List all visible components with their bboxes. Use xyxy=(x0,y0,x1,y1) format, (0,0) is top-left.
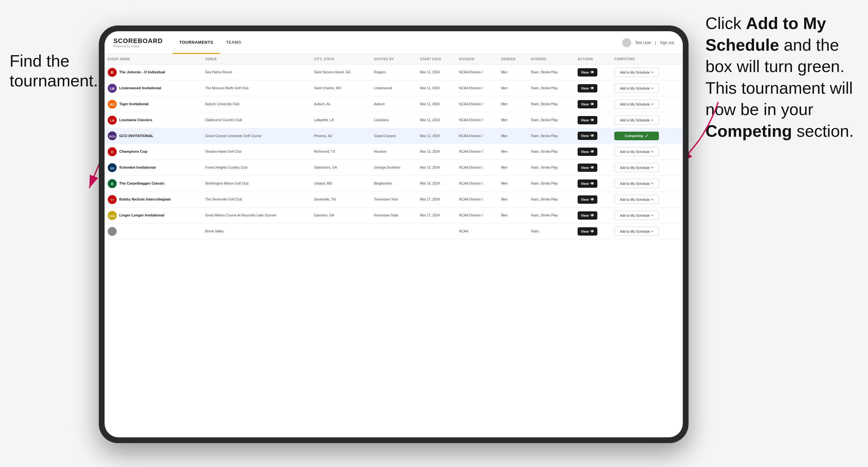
table-row: R The Johnnie - O Individual Sea Palms R… xyxy=(104,64,683,80)
start-date-cell: Mar 15, 2024 xyxy=(417,160,456,176)
sign-out-link[interactable]: Sign out xyxy=(660,40,674,45)
logo-area: SCOREBOARD Powered by clippd xyxy=(114,38,162,48)
venue-name: Great Waters Course At Reynolds Lake Oco… xyxy=(205,213,276,217)
competing-cell: Add to My Schedule + xyxy=(611,80,683,96)
city-state-cell: Statesboro, GA xyxy=(311,160,371,176)
event-name: GCU INVITATIONAL xyxy=(119,133,154,138)
event-name-cell: R The Johnnie - O Individual xyxy=(104,64,202,80)
view-button[interactable]: View 👁 xyxy=(578,211,597,220)
app-logo: SCOREBOARD xyxy=(114,38,162,44)
hosted-by-cell: Grand Canyon xyxy=(371,128,417,144)
venue-cell: Brook Valley xyxy=(202,223,311,240)
event-name: Bobby Nichols Intercollegiate xyxy=(119,197,171,202)
scoring-cell: Team, Stroke Play xyxy=(527,144,575,160)
tournaments-table-container: EVENT NAME VENUE CITY, STATE HOSTED BY S… xyxy=(104,54,683,437)
eye-icon: 👁 xyxy=(590,118,594,122)
nav-tab-tournaments[interactable]: TOURNAMENTS xyxy=(173,31,219,54)
eye-icon: 👁 xyxy=(590,181,594,186)
logo-subtitle: Powered by clippd xyxy=(114,44,162,48)
view-button[interactable]: View 👁 xyxy=(578,84,597,92)
add-to-schedule-button[interactable]: Add to My Schedule + xyxy=(614,163,659,172)
add-to-schedule-button[interactable]: Add to My Schedule + xyxy=(614,147,659,156)
view-button[interactable]: View 👁 xyxy=(578,180,597,188)
start-date: Mar 11, 2024 xyxy=(420,70,440,74)
add-schedule-label: Add to My Schedule xyxy=(620,198,650,201)
view-label: View xyxy=(581,118,589,122)
hosted-by: Georgia Southern xyxy=(374,165,400,169)
gender: Men xyxy=(501,118,507,122)
competing-label: Competing xyxy=(625,134,643,138)
start-date-cell: Mar 13, 2024 xyxy=(417,144,456,160)
add-to-schedule-button[interactable]: Add to My Schedule + xyxy=(614,227,659,236)
hosted-by: Louisiana xyxy=(374,118,388,122)
scoring: Team, Stroke Play xyxy=(530,118,558,122)
city-state-cell: Urbana, MD xyxy=(311,176,371,192)
start-date-cell: Mar 12, 2024 xyxy=(417,128,456,144)
event-name-cell: KSU Linger Longer Invitational xyxy=(104,208,202,223)
start-date: Mar 16, 2024 xyxy=(420,181,440,185)
add-to-schedule-button[interactable]: Add to My Schedule + xyxy=(614,195,659,204)
view-button[interactable]: View 👁 xyxy=(578,227,597,236)
view-button[interactable]: View 👁 xyxy=(578,132,597,140)
gender-cell: Men xyxy=(498,208,527,223)
competing-button[interactable]: Competing ✓ xyxy=(614,132,659,140)
add-to-schedule-button[interactable]: Add to My Schedule + xyxy=(614,179,659,188)
hosted-by-cell: Auburn xyxy=(371,96,417,112)
division-cell: NCAA Division I xyxy=(456,128,498,144)
competing-cell: Add to My Schedule + xyxy=(611,96,683,112)
col-gender: GENDER xyxy=(498,54,527,64)
city-state-cell: Sevierville, TN xyxy=(311,192,371,208)
actions-cell: View 👁 xyxy=(575,96,611,112)
hosted-by-cell xyxy=(371,223,417,240)
add-to-schedule-button[interactable]: Add to My Schedule + xyxy=(614,84,659,93)
start-date: Mar 17, 2024 xyxy=(420,213,440,217)
view-label: View xyxy=(581,229,589,234)
annotation-right-text: Click Add to My Schedule and the box wil… xyxy=(706,13,859,142)
city-state-cell: Eatonton, GA xyxy=(311,208,371,223)
nav-tab-teams[interactable]: TEAMS xyxy=(220,31,248,54)
add-to-schedule-button[interactable]: Add to My Schedule + xyxy=(614,99,659,109)
view-button[interactable]: View 👁 xyxy=(578,163,597,172)
competing-cell: Add to My Schedule + xyxy=(611,192,683,208)
view-button[interactable]: View 👁 xyxy=(578,68,597,76)
add-to-schedule-button[interactable]: Add to My Schedule + xyxy=(614,115,659,125)
add-to-schedule-button[interactable]: Add to My Schedule + xyxy=(614,211,659,220)
tablet-screen: SCOREBOARD Powered by clippd TOURNAMENTS… xyxy=(104,31,683,437)
add-schedule-label: Add to My Schedule xyxy=(620,70,650,74)
team-logo: R xyxy=(108,68,117,77)
event-name-cell: GCU GCU INVITATIONAL xyxy=(104,128,202,144)
plus-icon: + xyxy=(651,70,653,74)
actions-cell: View 👁 xyxy=(575,176,611,192)
division: NCAA Division I xyxy=(459,134,483,138)
venue-name: Forest Heights Country Club xyxy=(205,165,247,169)
eye-icon: 👁 xyxy=(590,133,594,138)
col-actions: ACTIONS xyxy=(575,54,611,64)
plus-icon: + xyxy=(651,165,653,170)
plus-icon: + xyxy=(651,197,653,202)
view-button[interactable]: View 👁 xyxy=(578,195,597,204)
col-venue: VENUE xyxy=(202,54,311,64)
scoring-cell: Team, Stroke Play xyxy=(527,80,575,96)
hosted-by: Binghamton xyxy=(374,181,392,185)
division: NCAA Division I xyxy=(459,102,483,106)
event-name: Louisiana Classics xyxy=(119,118,152,122)
view-button[interactable]: View 👁 xyxy=(578,116,597,124)
hosted-by-cell: Tennessee Tech xyxy=(371,192,417,208)
start-date-cell: Mar 11, 2024 xyxy=(417,112,456,128)
view-button[interactable]: View 👁 xyxy=(578,148,597,156)
svg-text:LA: LA xyxy=(110,119,114,122)
eye-icon: 👁 xyxy=(590,197,594,202)
city-state-cell: Phoenix, AZ xyxy=(311,128,371,144)
gender: Men xyxy=(501,102,507,106)
svg-text:GS: GS xyxy=(110,167,114,170)
view-button[interactable]: View 👁 xyxy=(578,100,597,108)
hosted-by-cell: Georgia Southern xyxy=(371,160,417,176)
add-to-schedule-button[interactable]: Add to My Schedule + xyxy=(614,68,659,77)
table-row: AU Tiger Invitational Auburn University … xyxy=(104,96,683,112)
view-label: View xyxy=(581,214,589,217)
checkmark-icon: ✓ xyxy=(645,133,648,138)
scoring-cell: Team, Stroke Play xyxy=(527,128,575,144)
actions-cell: View 👁 xyxy=(575,144,611,160)
scoring-cell: Team, Stroke Play xyxy=(527,64,575,80)
gender-cell xyxy=(498,223,527,240)
